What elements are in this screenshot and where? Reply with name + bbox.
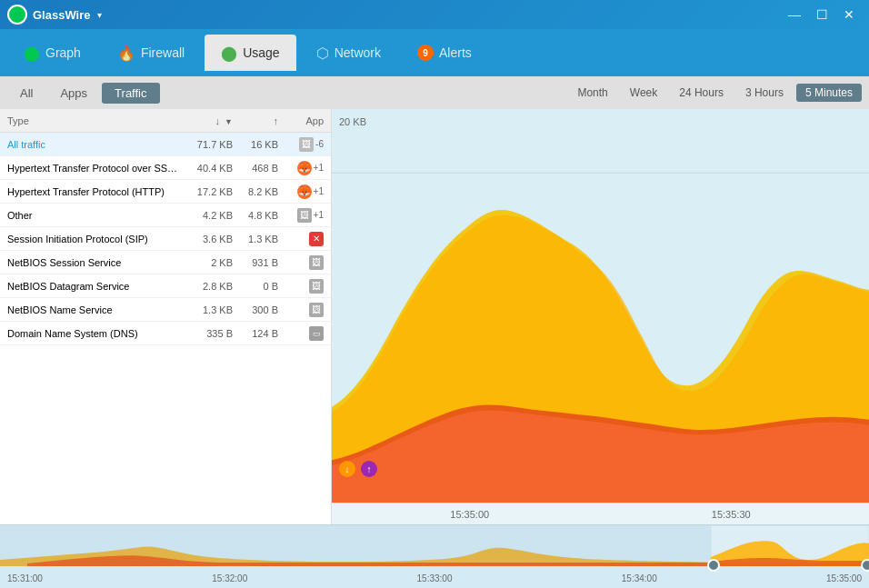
row-type: Hypertext Transfer Protocol over SSL/TLS… — [7, 163, 178, 174]
time-week-button[interactable]: Week — [621, 84, 666, 102]
table-row[interactable]: Hypertext Transfer Protocol (HTTP) 17.2 … — [0, 180, 331, 204]
table-row[interactable]: NetBIOS Session Service 2 KB 931 B 🖼 — [0, 251, 331, 274]
tab-alerts-label: Alerts — [439, 45, 472, 60]
upload-marker: ↑ — [361, 461, 377, 477]
row-down: 1.3 KB — [178, 304, 233, 315]
app-icon-sip: ✕ — [309, 232, 324, 246]
firewall-icon: 🔥 — [117, 45, 135, 62]
app-icon-generic: ▭ — [309, 326, 324, 341]
download-marker: ↓ — [339, 461, 355, 477]
table-row[interactable]: NetBIOS Datagram Service 2.8 KB 0 B 🖼 — [0, 274, 331, 298]
subtabs-bar: All Apps Traffic Month Week 24 Hours 3 H… — [0, 76, 869, 109]
tab-usage-label: Usage — [243, 45, 279, 60]
tab-graph-label: Graph — [45, 45, 81, 60]
row-up: 8.2 KB — [233, 186, 278, 197]
network-icon: ⬡ — [316, 45, 329, 62]
app-count: +1 — [314, 186, 324, 196]
row-app: 🦊 +1 — [278, 161, 324, 175]
time-month-button[interactable]: Month — [568, 84, 616, 102]
row-app: 🦊 +1 — [278, 184, 324, 199]
table-row[interactable]: Hypertext Transfer Protocol over SSL/TLS… — [0, 156, 331, 180]
timeline-time-2: 15:32:00 — [212, 573, 247, 583]
row-down: 2 KB — [178, 257, 233, 268]
row-app: 🖼 — [278, 255, 324, 270]
tab-graph[interactable]: ⬤ Graph — [7, 35, 97, 71]
app-icon-generic: 🖼 — [297, 208, 312, 223]
app-count: +1 — [314, 163, 324, 173]
tab-network-label: Network — [335, 45, 381, 60]
tab-alerts[interactable]: 9 Alerts — [401, 35, 488, 71]
header-type: Type — [7, 115, 178, 126]
app-icon-firefox: 🦊 — [297, 161, 312, 175]
timeline-time-5: 15:35:00 — [826, 573, 862, 583]
row-type: Other — [7, 210, 178, 221]
row-type: NetBIOS Datagram Service — [7, 281, 178, 292]
titlebar-dropdown-icon[interactable]: ▾ — [97, 10, 102, 20]
table-row[interactable]: Other 4.2 KB 4.8 KB 🖼 +1 — [0, 204, 331, 227]
app-logo — [7, 5, 27, 25]
row-app: 🖼 — [278, 303, 324, 317]
table-row[interactable]: Session Initiation Protocol (SIP) 3.6 KB… — [0, 227, 331, 251]
row-app: ▭ — [278, 326, 324, 341]
alerts-badge: 9 — [417, 45, 434, 61]
timeline-time-4: 15:34:00 — [622, 573, 657, 583]
app-title: GlassWire — [33, 8, 90, 22]
row-down: 2.8 KB — [178, 281, 233, 292]
chart-time-axis: 15:35:00 15:35:30 — [332, 503, 869, 524]
chart-area: 20 KB ↓ ↑ — [332, 109, 869, 503]
timeline-time-1: 15:31:00 — [7, 573, 43, 583]
traffic-panel: Type ↓ ▼ ↑ App All traffic 71.7 KB 16 KB… — [0, 109, 332, 524]
titlebar: GlassWire ▾ — ☐ ✕ — [0, 0, 869, 29]
row-type: NetBIOS Session Service — [7, 257, 178, 268]
subtabs-left: All Apps Traffic — [7, 83, 160, 104]
subtab-all[interactable]: All — [7, 83, 45, 104]
minimize-button[interactable]: — — [782, 5, 807, 25]
timeline-handle-left[interactable] — [707, 559, 720, 572]
row-down: 71.7 KB — [178, 139, 233, 150]
close-button[interactable]: ✕ — [836, 5, 862, 25]
timeline-handle-right[interactable] — [861, 559, 869, 572]
tab-network[interactable]: ⬡ Network — [300, 35, 397, 71]
table-row[interactable]: Domain Name System (DNS) 335 B 124 B ▭ — [0, 322, 331, 345]
row-app: 🖼 +1 — [278, 208, 324, 223]
timeline-time-3: 15:33:00 — [417, 573, 453, 583]
row-type: All traffic — [7, 139, 178, 150]
header-app: App — [278, 115, 324, 126]
row-type: NetBIOS Name Service — [7, 304, 178, 315]
header-up: ↑ — [233, 115, 278, 126]
app-icon-generic: 🖼 — [309, 303, 324, 317]
row-up: 4.8 KB — [233, 210, 278, 221]
table-row[interactable]: NetBIOS Name Service 1.3 KB 300 B 🖼 — [0, 298, 331, 322]
row-up: 124 B — [233, 328, 278, 339]
app-icon-generic: 🖼 — [309, 279, 324, 294]
app-count: -6 — [315, 139, 324, 149]
row-type: Domain Name System (DNS) — [7, 328, 178, 339]
sort-down-icon: ▼ — [225, 117, 233, 126]
time-5minutes-button[interactable]: 5 Minutes — [796, 84, 862, 102]
timeline-time-axis: 15:31:00 15:32:00 15:33:00 15:34:00 15:3… — [0, 569, 869, 587]
maximize-button[interactable]: ☐ — [809, 5, 834, 25]
row-up: 468 B — [233, 163, 278, 174]
row-app: ✕ — [278, 232, 324, 246]
table-row[interactable]: All traffic 71.7 KB 16 KB 🖼 -6 — [0, 133, 331, 156]
tab-firewall[interactable]: 🔥 Firewall — [101, 35, 201, 71]
nav-tabs: ⬤ Graph 🔥 Firewall ⬤ Usage ⬡ Network 9 A… — [0, 29, 869, 76]
subtab-traffic[interactable]: Traffic — [102, 83, 159, 104]
row-up: 0 B — [233, 281, 278, 292]
app-icon-generic: 🖼 — [299, 137, 314, 152]
row-down: 4.2 KB — [178, 210, 233, 221]
row-down: 3.6 KB — [178, 234, 233, 244]
tab-firewall-label: Firewall — [141, 45, 185, 60]
time-24hours-button[interactable]: 24 Hours — [670, 84, 733, 102]
usage-icon: ⬤ — [221, 45, 237, 62]
row-down: 40.4 KB — [178, 163, 233, 174]
time-filters: Month Week 24 Hours 3 Hours 5 Minutes — [568, 84, 862, 102]
time-3hours-button[interactable]: 3 Hours — [736, 84, 793, 102]
app-icon-generic: 🖼 — [309, 255, 324, 270]
tab-usage[interactable]: ⬤ Usage — [205, 35, 295, 71]
row-app: 🖼 — [278, 279, 324, 294]
chart-y-label: 20 KB — [339, 116, 366, 127]
header-down: ↓ ▼ — [178, 115, 233, 126]
chart-time-1: 15:35:00 — [450, 509, 489, 520]
subtab-apps[interactable]: Apps — [47, 83, 100, 104]
